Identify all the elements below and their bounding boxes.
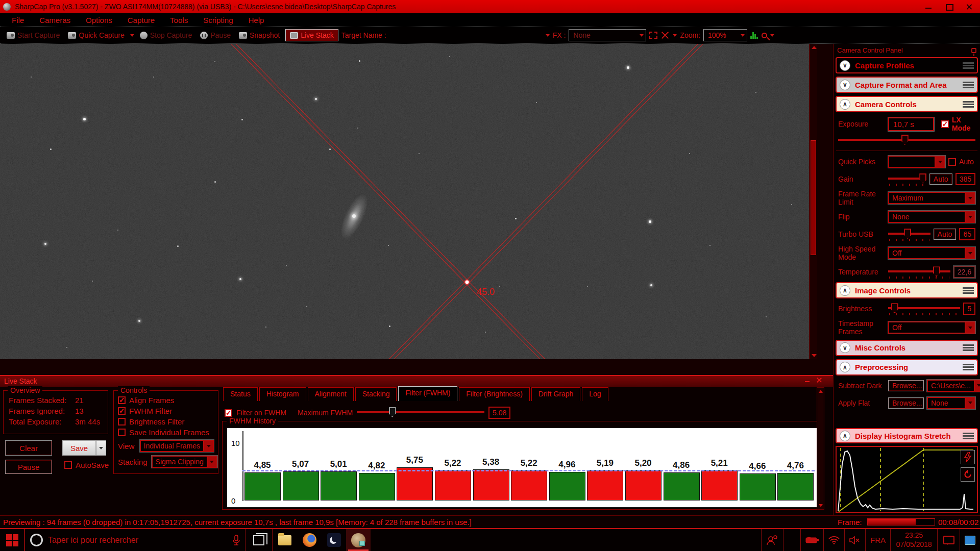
target-name-dropdown-icon[interactable] [546, 34, 550, 37]
menu-options[interactable]: Options [78, 14, 120, 26]
control-checkbox-fwhm-filter[interactable]: FWHM Filter [118, 407, 214, 415]
section-camera-controls[interactable]: Camera Controls [836, 96, 978, 112]
histogram-icon[interactable] [750, 32, 758, 39]
start-button[interactable] [0, 529, 24, 551]
section-capture-profiles[interactable]: Capture Profiles [836, 57, 978, 73]
magnifier-icon[interactable] [762, 33, 767, 38]
chevron-up-icon[interactable] [840, 362, 850, 372]
taskbar-app-firefox[interactable] [297, 529, 322, 551]
subtract-dark-select[interactable]: C:\Users\e... [927, 380, 980, 392]
microphone-icon[interactable] [233, 535, 240, 546]
chevron-down-icon[interactable] [840, 342, 850, 353]
max-fwhm-slider[interactable] [357, 407, 484, 419]
exposure-slider[interactable] [838, 134, 975, 146]
save-dropdown-icon[interactable] [96, 440, 106, 456]
autosave-checkbox[interactable]: AutoSave [64, 461, 109, 469]
quick-picks-select[interactable] [888, 156, 945, 168]
section-image-controls[interactable]: Image Controls [836, 282, 978, 298]
section-histogram-stretch[interactable]: Display Histogram Stretch [836, 428, 978, 443]
reticle-dropdown-icon[interactable] [673, 34, 677, 37]
tab-stacking[interactable]: Stacking [355, 387, 397, 401]
vertical-scrollbar[interactable] [809, 44, 817, 359]
view-select[interactable]: Individual Frames [140, 440, 214, 452]
slider-thumb[interactable] [891, 303, 898, 313]
quick-capture-dropdown-icon[interactable] [130, 34, 134, 37]
panel-minimize-icon[interactable] [805, 378, 810, 382]
section-misc-controls[interactable]: Misc Controls [836, 340, 978, 356]
tab-alignment[interactable]: Alignment [308, 387, 354, 401]
taskbar-app-sharpcap[interactable] [346, 529, 371, 551]
scroll-up-icon[interactable] [819, 390, 823, 393]
live-stack-button[interactable]: Live Stack [285, 29, 338, 41]
chevron-down-icon[interactable] [840, 60, 850, 71]
slider-thumb[interactable] [389, 407, 396, 417]
tab-filter-brightness-[interactable]: Filter (Brightness) [459, 387, 529, 401]
menu-cameras[interactable]: Cameras [32, 14, 78, 26]
apply-flat-select[interactable]: None [927, 397, 975, 409]
zoom-select[interactable]: 100% [703, 29, 747, 41]
magnifier-dropdown-icon[interactable] [770, 34, 774, 37]
wifi-indicator[interactable] [823, 529, 844, 551]
auto-stretch-button[interactable] [961, 450, 975, 464]
quick-capture-button[interactable]: Quick Capture [65, 30, 127, 41]
taskbar-app-stellarium[interactable] [322, 529, 346, 551]
stop-capture-button[interactable]: Stop Capture [137, 30, 195, 41]
control-checkbox-save-individual-frames[interactable]: Save Individual Frames [118, 428, 214, 437]
snapshot-button[interactable]: Snapshot [236, 30, 282, 41]
menu-grip-icon[interactable] [963, 287, 974, 294]
task-view-button[interactable] [245, 529, 273, 551]
live-stack-scrollbar[interactable] [817, 387, 824, 510]
flip-select[interactable]: None [888, 211, 975, 223]
lx-mode-checkbox[interactable] [941, 120, 949, 128]
filter-on-fwhm-checkbox[interactable] [225, 409, 232, 417]
temperature-slider[interactable] [888, 266, 950, 278]
chevron-down-icon[interactable] [840, 80, 850, 90]
volume-muted-indicator[interactable] [844, 529, 865, 551]
tab-histogram[interactable]: Histogram [259, 387, 306, 401]
subtract-dark-browse-button[interactable]: Browse... [888, 380, 924, 391]
display-histogram[interactable] [836, 446, 978, 513]
remote-display-button[interactable] [960, 529, 980, 551]
slider-thumb[interactable] [919, 173, 926, 184]
reticle-icon[interactable] [660, 31, 670, 39]
clock[interactable]: 23:25 07/05/2018 [890, 529, 937, 551]
menu-grip-icon[interactable] [963, 62, 974, 69]
menu-file[interactable]: File [4, 14, 32, 26]
menu-grip-icon[interactable] [963, 364, 974, 370]
section-capture-format[interactable]: Capture Format and Area [836, 77, 978, 93]
reset-stretch-button[interactable] [961, 467, 975, 482]
apply-flat-browse-button[interactable]: Browse... [888, 397, 924, 409]
turbo-usb-auto-button[interactable]: Auto [934, 229, 957, 240]
gain-slider[interactable] [888, 173, 926, 185]
battery-indicator[interactable] [800, 529, 823, 551]
tab-drift-graph[interactable]: Drift Graph [531, 387, 580, 401]
menu-grip-icon[interactable] [963, 101, 974, 108]
taskbar-app-explorer[interactable] [273, 529, 297, 551]
exposure-input[interactable]: 10,7 s [888, 117, 934, 131]
pause-stack-button[interactable]: Pause [5, 460, 52, 474]
chevron-up-icon[interactable] [840, 99, 850, 110]
frame-rate-limit-select[interactable]: Maximum [888, 192, 975, 204]
slider-thumb[interactable] [904, 229, 911, 239]
save-button[interactable]: Save [62, 440, 96, 456]
menu-scripting[interactable]: Scripting [195, 14, 240, 26]
close-button[interactable] [966, 4, 973, 10]
menu-grip-icon[interactable] [963, 344, 974, 351]
tab-status[interactable]: Status [223, 387, 258, 401]
slider-thumb[interactable] [933, 266, 940, 277]
stacking-select[interactable]: Sigma Clipping [152, 456, 217, 468]
vertical-scroll-handle[interactable] [811, 140, 816, 255]
chevron-up-icon[interactable] [840, 285, 850, 296]
menu-help[interactable]: Help [241, 14, 272, 26]
clear-button[interactable]: Clear [5, 440, 52, 456]
turbo-usb-slider[interactable] [888, 228, 930, 240]
menu-capture[interactable]: Capture [120, 14, 162, 26]
image-viewport[interactable]: 45.0 [0, 44, 817, 359]
tab-filter-fwhm-[interactable]: Filter (FWHM) [398, 386, 457, 401]
menu-tools[interactable]: Tools [162, 14, 195, 26]
pin-icon[interactable] [971, 48, 976, 53]
scroll-down-icon[interactable] [812, 354, 817, 357]
action-center-button[interactable] [937, 529, 960, 551]
start-capture-button[interactable]: Start Capture [4, 30, 62, 41]
maximize-button[interactable] [945, 4, 952, 10]
